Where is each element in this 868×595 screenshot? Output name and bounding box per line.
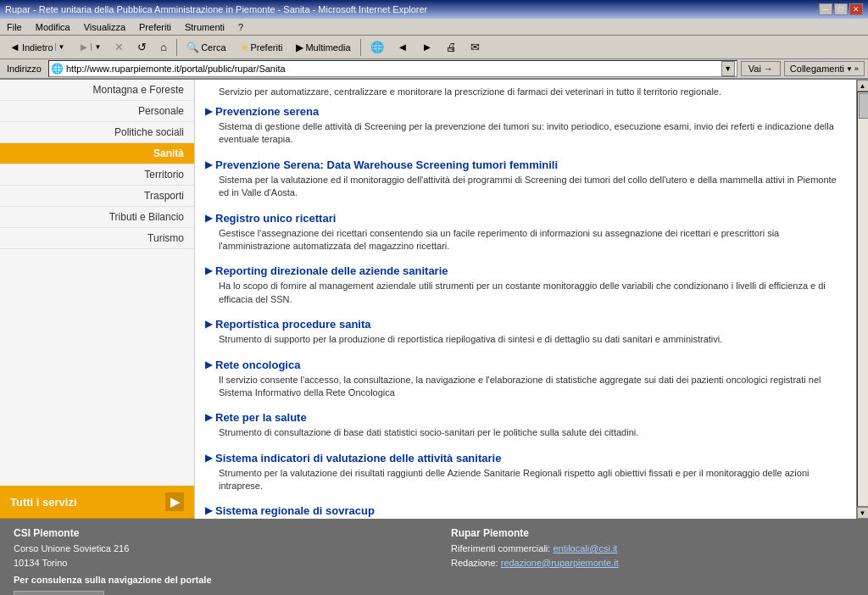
scroll-thumb[interactable] [859, 93, 869, 119]
section-title-2[interactable]: ▶ Registro unico ricettari [205, 212, 846, 225]
home-icon: ⌂ [160, 41, 167, 53]
bullet-icon-0: ▶ [205, 106, 212, 117]
toolbar-separator-2 [360, 39, 361, 56]
ref-comm-email-link[interactable]: entilocali@csi.it [553, 543, 617, 553]
content-section-1: ▶ Prevenzione Serena: Data Warehouse Scr… [205, 158, 846, 200]
forward-button[interactable]: ► ▼ [73, 38, 108, 57]
footer-address1: Corso Unione Sovietica 216 [14, 542, 417, 556]
sidebar-item-territorio[interactable]: Territorio [0, 164, 194, 186]
section-title-4[interactable]: ▶ Reportistica procedure sanita [205, 318, 846, 331]
redazione-email-link[interactable]: redazione@ruparpiemonte.it [501, 558, 619, 568]
forward-dropdown-icon[interactable]: ▼ [91, 43, 101, 51]
sidebar-item-montagna[interactable]: Montagna e Foreste [0, 80, 194, 101]
content-section-2: ▶ Registro unico ricettari Gestisce l'as… [205, 212, 846, 253]
section-desc-0: Sistema di gestione delle attività di Sc… [205, 120, 846, 147]
footer-consult: Per consulenza sulla navigazione del por… [14, 573, 417, 587]
footer-ref-comm: Riferimenti commerciali: entilocali@csi.… [451, 542, 854, 556]
bullet-icon-1: ▶ [205, 159, 212, 170]
search-icon: 🔍 [186, 42, 199, 53]
menu-preferiti[interactable]: Preferiti [136, 20, 175, 34]
collegamenti-label: Collegamenti [790, 64, 844, 74]
main-layout: Montagna e Foreste Personale Politiche s… [0, 80, 868, 519]
bullet-icon-7: ▶ [205, 453, 212, 464]
sidebar-item-trasporti[interactable]: Trasporti [0, 186, 194, 207]
cerca-label: Cerca [201, 42, 225, 53]
section-desc-7: Strumento per la valutazione dei risulta… [205, 467, 846, 493]
print-button[interactable]: 🖨 [440, 38, 463, 57]
back-button[interactable]: ◄ Indietro ▼ [3, 38, 71, 57]
redazione-label: Redazione: [451, 558, 498, 568]
section-title-8[interactable]: ▶ Sistema regionale di sovracup [205, 504, 846, 517]
multimedia-button[interactable]: ▶ Multimedia [290, 38, 356, 57]
menubar: File Modifica Visualizza Preferiti Strum… [0, 19, 868, 36]
back-dropdown-icon[interactable]: ▼ [55, 43, 65, 51]
titlebar-buttons: ─ □ ✕ [819, 3, 863, 15]
content-area[interactable]: Servizio per automatizzare, centralizzar… [195, 80, 856, 519]
sidebar-item-personale[interactable]: Personale [0, 101, 194, 122]
section-title-6[interactable]: ▶ Rete per la salute [205, 411, 846, 424]
section-title-3[interactable]: ▶ Reporting direzionale delle aziende sa… [205, 264, 846, 277]
stop-button[interactable]: ✕ [108, 38, 130, 57]
content-section-7: ▶ Sistema indicatori di valutazione dell… [205, 452, 846, 493]
minimize-button[interactable]: ─ [819, 3, 832, 15]
section-title-5[interactable]: ▶ Rete oncologica [205, 359, 846, 371]
vai-arrow-icon: → [764, 64, 773, 74]
cerca-button[interactable]: 🔍 Cerca [181, 38, 231, 57]
menu-help[interactable]: ? [235, 20, 247, 34]
sidebar-item-turismo[interactable]: Turismo [0, 228, 194, 249]
bullet-icon-3: ▶ [205, 265, 212, 276]
vai-label: Vai [748, 64, 761, 74]
preferiti-button[interactable]: ★ Preferiti [234, 38, 289, 57]
stop-icon: ✕ [114, 41, 124, 53]
section-title-0[interactable]: ▶ Prevenzione serena [205, 105, 846, 118]
address-dropdown[interactable]: ▼ [721, 61, 735, 76]
links-icon-button[interactable]: 🌐 [364, 38, 390, 57]
preferiti-label: Preferiti [251, 42, 283, 53]
sidebar-item-politiche[interactable]: Politiche sociali [0, 122, 194, 143]
pre-content-text: Servizio per automatizzare, centralizzar… [205, 86, 846, 97]
maximize-button[interactable]: □ [834, 3, 848, 15]
section-desc-1: Sistema per la valutazione ed il monitor… [205, 174, 846, 200]
refresh-icon: ↺ [137, 41, 147, 53]
sidebar-item-tributi[interactable]: Tributi e Bilancio [0, 207, 194, 228]
sidebar-item-sanita[interactable]: Sanità [0, 143, 194, 164]
close-button[interactable]: ✕ [849, 3, 863, 15]
address-input[interactable] [66, 64, 721, 74]
nav-button-1[interactable]: ◄ [392, 38, 415, 57]
content-section-0: ▶ Prevenzione serena Sistema di gestione… [205, 105, 846, 147]
home-button[interactable]: ⌂ [154, 38, 173, 57]
refresh-button[interactable]: ↺ [131, 38, 153, 57]
menu-modifica[interactable]: Modifica [32, 20, 74, 34]
section-desc-3: Ha lo scopo di fornire al management azi… [205, 280, 846, 306]
nav-icon-2: ► [421, 41, 432, 53]
menu-strumenti[interactable]: Strumenti [181, 20, 228, 34]
vertical-scrollbar[interactable]: ▲ ▼ [856, 80, 868, 519]
menu-visualizza[interactable]: Visualizza [81, 20, 129, 34]
content-section-4: ▶ Reportistica procedure sanita Strument… [205, 318, 846, 346]
section-title-1[interactable]: ▶ Prevenzione Serena: Data Warehouse Scr… [205, 158, 846, 171]
scroll-down-button[interactable]: ▼ [857, 507, 869, 519]
scroll-track [857, 92, 869, 507]
mail-button[interactable]: ✉ [465, 38, 486, 57]
collegamenti-button[interactable]: Collegamenti ▼ » [784, 61, 865, 76]
content-section-6: ▶ Rete per la salute Strumento di consul… [205, 411, 846, 439]
multimedia-label: Multimedia [305, 42, 350, 53]
back-arrow-icon: ◄ [9, 41, 20, 53]
footer-right: Rupar Piemonte Riferimenti commerciali: … [451, 527, 854, 595]
scroll-up-button[interactable]: ▲ [857, 80, 869, 92]
addressbar: Indirizzo 🌐 ▼ Vai → Collegamenti ▼ » [0, 59, 868, 80]
titlebar-title: Rupar - Rete unitaria della Pubblica Amm… [5, 4, 427, 14]
star-icon: ★ [240, 42, 249, 53]
nav-button-2[interactable]: ► [415, 38, 438, 57]
vai-button[interactable]: Vai → [741, 61, 781, 76]
menu-file[interactable]: File [3, 20, 25, 34]
footer-redazione: Redazione: redazione@ruparpiemonte.it [451, 556, 854, 570]
section-title-7[interactable]: ▶ Sistema indicatori di valutazione dell… [205, 452, 846, 464]
tutti-servizi-button[interactable]: Tutti i servizi ▶ [0, 486, 194, 519]
footer-org-name: CSI Piemonte [14, 527, 417, 539]
section-desc-2: Gestisce l'assegnazione dei ricettari co… [205, 227, 846, 253]
globe-icon: 🌐 [370, 41, 384, 53]
address-input-wrap: 🌐 ▼ [48, 60, 737, 77]
section-desc-5: Il servizio consente l'accesso, la consu… [205, 374, 846, 400]
footer-rupar-org: Rupar Piemonte [451, 527, 854, 539]
